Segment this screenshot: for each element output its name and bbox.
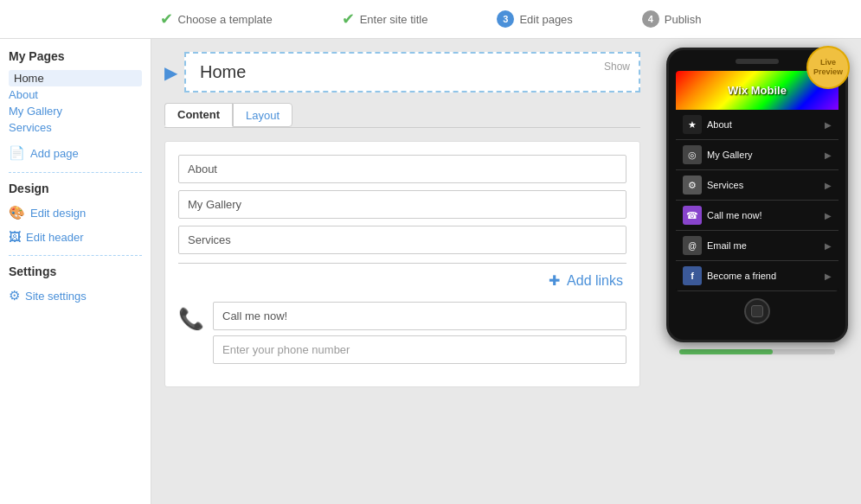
menu-item-left-facebook: f Become a friend bbox=[683, 266, 776, 285]
menu-item-left-callme: ☎ Call me now! bbox=[683, 206, 762, 225]
check-icon-2: ✔ bbox=[342, 10, 355, 29]
step-circle-4: 4 bbox=[642, 10, 659, 28]
edit-header-icon: 🖼 bbox=[9, 230, 21, 244]
chevron-about: ▶ bbox=[825, 120, 832, 130]
sidebar-item-about[interactable]: About bbox=[9, 86, 142, 103]
menu-label-about: About bbox=[707, 119, 732, 130]
show-link[interactable]: Show bbox=[604, 61, 630, 73]
add-page-label: Add page bbox=[30, 147, 79, 160]
progress-fill bbox=[679, 349, 773, 354]
page-name-text: Home bbox=[200, 62, 246, 81]
wizard-step-2-label: Enter site title bbox=[360, 13, 428, 26]
phone-speaker bbox=[736, 59, 779, 64]
page-name-container: ▶ Home Show bbox=[164, 52, 640, 93]
phone-menu-facebook[interactable]: f Become a friend ▶ bbox=[676, 261, 839, 291]
sidebar-item-home[interactable]: Home bbox=[9, 70, 142, 86]
edit-header-button[interactable]: 🖼 Edit header bbox=[9, 227, 142, 246]
phone-menu-callme[interactable]: ☎ Call me now! ▶ bbox=[676, 201, 839, 231]
sidebar-item-gallery[interactable]: My Gallery bbox=[9, 103, 142, 119]
phone-section: 📞 Call me now! Enter your phone number bbox=[178, 297, 626, 373]
main-layout: My Pages Home About My Gallery Services … bbox=[0, 39, 861, 504]
phone-preview: Live Preview Wix Mobile ★ About ▶ bbox=[653, 39, 861, 504]
chevron-gallery: ▶ bbox=[825, 150, 832, 160]
page-name-box: Home Show bbox=[184, 52, 640, 93]
live-preview-badge: Live Preview bbox=[806, 46, 850, 89]
site-settings-label: Site settings bbox=[25, 290, 87, 303]
chevron-email: ▶ bbox=[825, 241, 832, 251]
tab-content[interactable]: Content bbox=[164, 103, 233, 127]
facebook-icon: f bbox=[683, 266, 702, 285]
wizard-bar: ✔ Choose a template ✔ Enter site title 3… bbox=[0, 0, 861, 39]
edit-design-label: Edit design bbox=[30, 207, 86, 220]
menu-item-left-gallery: ◎ My Gallery bbox=[683, 145, 753, 164]
divider-2 bbox=[9, 255, 142, 256]
wizard-step-3[interactable]: 3 Edit pages bbox=[497, 10, 572, 28]
content-area: ▶ Home Show Content Layout About My Gall… bbox=[151, 39, 653, 504]
gear-icon: ⚙ bbox=[9, 288, 20, 303]
chevron-services: ▶ bbox=[825, 181, 832, 190]
menu-label-email: Email me bbox=[707, 240, 747, 251]
menu-item-left-email: @ Email me bbox=[683, 236, 747, 255]
menu-item-left-services: ⚙ Services bbox=[683, 175, 743, 195]
tab-layout[interactable]: Layout bbox=[233, 103, 292, 127]
step-circle-3: 3 bbox=[497, 10, 514, 28]
add-links-label: Add links bbox=[567, 273, 623, 288]
wizard-step-1: ✔ Choose a template bbox=[160, 10, 273, 29]
phone-site-title: Wix Mobile bbox=[728, 84, 787, 97]
edit-design-icon: 🎨 bbox=[9, 205, 25, 220]
add-page-icon: 📄 bbox=[9, 145, 25, 161]
phone-placeholder-text: Enter your phone number bbox=[222, 343, 350, 356]
edit-design-button[interactable]: 🎨 Edit design bbox=[9, 202, 142, 223]
chevron-callme: ▶ bbox=[825, 211, 832, 220]
wizard-step-4-label: Publish bbox=[665, 13, 702, 26]
phone-number-input[interactable]: Enter your phone number bbox=[213, 335, 626, 364]
call-me-now-label[interactable]: Call me now! bbox=[213, 302, 626, 330]
home-button-inner bbox=[751, 305, 763, 317]
menu-label-callme: Call me now! bbox=[707, 210, 762, 220]
menu-label-services: Services bbox=[707, 180, 743, 190]
section-divider bbox=[178, 263, 626, 264]
phone-menu-gallery[interactable]: ◎ My Gallery ▶ bbox=[676, 140, 839, 170]
progress-bar bbox=[679, 349, 835, 354]
camera-icon: ◎ bbox=[683, 145, 702, 164]
preview-text: Preview bbox=[813, 67, 843, 77]
gear-menu-icon: ⚙ bbox=[683, 175, 702, 195]
sidebar: My Pages Home About My Gallery Services … bbox=[0, 39, 151, 504]
add-links-row[interactable]: ✚ Add links bbox=[178, 272, 626, 289]
sidebar-item-services[interactable]: Services bbox=[9, 119, 142, 136]
wizard-step-2: ✔ Enter site title bbox=[342, 10, 428, 29]
menu-label-gallery: My Gallery bbox=[707, 150, 753, 160]
star-icon: ★ bbox=[683, 115, 702, 134]
divider-1 bbox=[9, 172, 142, 173]
phone-menu-services[interactable]: ⚙ Services ▶ bbox=[676, 170, 839, 201]
phone-device: Live Preview Wix Mobile ★ About ▶ bbox=[666, 48, 848, 342]
plus-icon: ✚ bbox=[549, 273, 560, 288]
chevron-facebook: ▶ bbox=[825, 271, 832, 281]
my-pages-title: My Pages bbox=[9, 49, 142, 63]
settings-title: Settings bbox=[9, 265, 142, 278]
nav-link-gallery[interactable]: My Gallery bbox=[178, 190, 626, 219]
nav-link-about[interactable]: About bbox=[178, 155, 626, 183]
phone-menu-email[interactable]: @ Email me ▶ bbox=[676, 231, 839, 261]
tabs-row: Content Layout bbox=[164, 103, 640, 128]
phone2-icon: ☎ bbox=[683, 206, 702, 225]
site-settings-button[interactable]: ⚙ Site settings bbox=[9, 285, 142, 306]
wizard-step-1-label: Choose a template bbox=[178, 13, 273, 26]
add-page-button[interactable]: 📄 Add page bbox=[9, 143, 142, 163]
menu-label-facebook: Become a friend bbox=[707, 271, 776, 281]
phone-menu-about[interactable]: ★ About ▶ bbox=[676, 110, 839, 140]
email-icon: @ bbox=[683, 236, 702, 255]
design-title: Design bbox=[9, 182, 142, 195]
nav-links-section: About My Gallery Services ✚ Add links 📞 … bbox=[164, 141, 640, 387]
home-button[interactable] bbox=[744, 298, 770, 324]
phone-screen: Wix Mobile ★ About ▶ ◎ My Gallery ▶ bbox=[676, 71, 839, 291]
menu-item-left-about: ★ About bbox=[683, 115, 732, 134]
wizard-step-3-label: Edit pages bbox=[519, 13, 572, 26]
edit-header-label: Edit header bbox=[26, 231, 84, 244]
live-text: Live bbox=[820, 58, 836, 67]
wizard-step-4: 4 Publish bbox=[642, 10, 702, 28]
check-icon-1: ✔ bbox=[160, 10, 173, 29]
phone-icon: 📞 bbox=[178, 307, 204, 331]
phone-inputs: Call me now! Enter your phone number bbox=[213, 302, 626, 369]
nav-link-services[interactable]: Services bbox=[178, 226, 626, 254]
